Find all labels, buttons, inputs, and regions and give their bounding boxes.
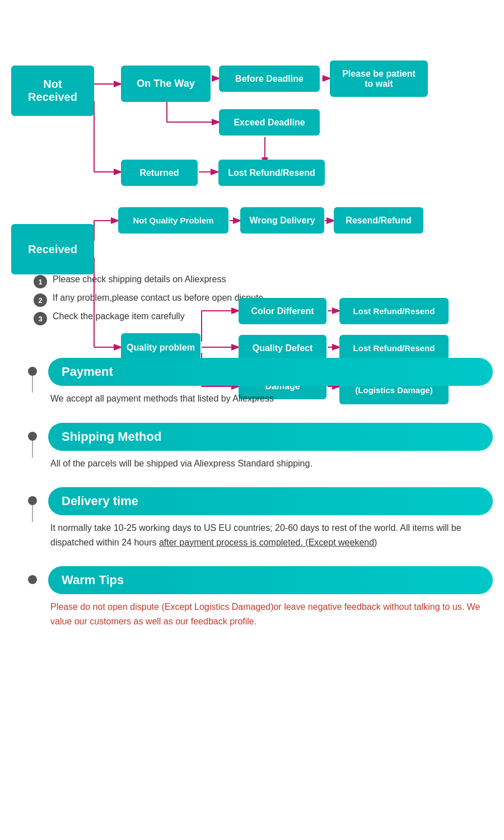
warm-tips-right: Warm Tips Please do not open dispute (Ex… <box>48 566 493 628</box>
returned-box: Returned <box>121 160 198 186</box>
shipping-body: All of the parcels will be shipped via A… <box>48 456 493 471</box>
delivery-line <box>32 505 33 522</box>
warm-tips-body: Please do not open dispute (Except Logis… <box>48 600 493 628</box>
note-number-2: 2 <box>34 293 47 307</box>
shipping-line <box>32 441 33 458</box>
quality-defect-box: Quality Defect <box>239 335 326 361</box>
payment-right: Payment We accept all payment methods th… <box>48 358 493 406</box>
on-the-way-box: On The Way <box>121 66 211 102</box>
not-received-box: Not Received <box>11 66 94 116</box>
info-sections: Payment We accept all payment methods th… <box>0 347 504 657</box>
please-wait-box: Please be patient to wait <box>330 60 428 97</box>
note-text-2: If any problem,please contact us before … <box>53 293 263 303</box>
payment-body: We accept all payment methods that liste… <box>48 391 493 406</box>
delivery-dot <box>28 496 37 505</box>
note-number-3: 3 <box>34 312 47 325</box>
exceed-deadline-box: Exceed Deadline <box>219 109 320 136</box>
warm-tips-block: Warm Tips Please do not open dispute (Ex… <box>28 566 493 628</box>
shipping-dot <box>28 432 37 441</box>
shipping-right: Shipping Method All of the parcels will … <box>48 423 493 471</box>
shipping-block: Shipping Method All of the parcels will … <box>28 423 493 471</box>
note-text-1: Please check shipping details on Aliexpr… <box>53 274 226 284</box>
payment-dot <box>28 367 37 376</box>
payment-line <box>32 376 33 393</box>
wrong-delivery-box: Wrong Delivery <box>240 207 324 234</box>
delivery-body: It normally take 10-25 working days to U… <box>48 521 493 549</box>
flow-diagram: Not Received On The Way Before Deadline … <box>11 22 493 258</box>
note-number-1: 1 <box>34 275 47 288</box>
shipping-header: Shipping Method <box>48 423 493 451</box>
note-item-1: 1 Please check shipping details on Aliex… <box>34 274 470 288</box>
not-quality-box: Not Quality Problem <box>118 207 228 234</box>
warm-tips-dot <box>28 575 37 584</box>
before-deadline-box: Before Deadline <box>219 66 320 92</box>
delivery-block: Delivery time It normally take 10-25 wor… <box>28 487 493 549</box>
lost-refund-2-box: Lost Refund/Resend <box>339 298 449 324</box>
received-box: Received <box>11 224 94 274</box>
resend-refund-box: Resend/Refund <box>334 207 423 234</box>
warm-tips-header: Warm Tips <box>48 566 493 594</box>
delivery-header: Delivery time <box>48 487 493 515</box>
delivery-right: Delivery time It normally take 10-25 wor… <box>48 487 493 549</box>
color-different-box: Color Different <box>239 298 326 324</box>
flowchart-section: Not Received On The Way Before Deadline … <box>0 0 504 269</box>
lost-refund-3-box: Lost Refund/Resend <box>339 335 449 361</box>
delivery-underline: after payment process is completed. (Exc… <box>159 538 377 547</box>
lost-refund-1-box: Lost Refund/Resend <box>218 160 325 186</box>
payment-header: Payment <box>48 358 493 386</box>
payment-block: Payment We accept all payment methods th… <box>28 358 493 406</box>
note-text-3: Check the package item carefully <box>53 311 185 321</box>
